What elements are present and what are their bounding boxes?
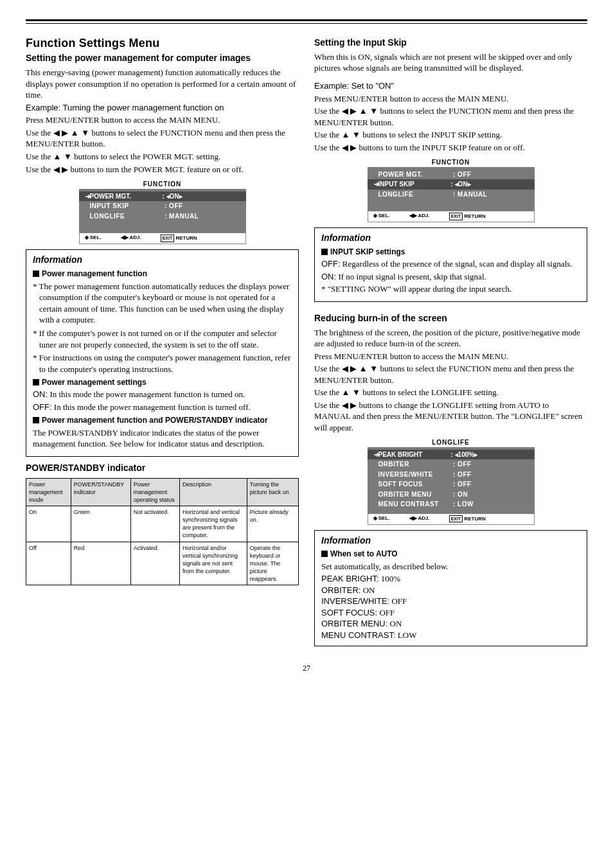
info-heading: Information (321, 232, 580, 244)
table-header: Description (180, 478, 247, 506)
arrow-right-icon: ➔ (374, 450, 378, 459)
osd-value: : ON (453, 490, 528, 499)
table-header: Power management operating status (130, 478, 179, 506)
square-bullet-icon (321, 551, 328, 557)
body-text: Use the ▲ ▼ buttons to select the POWER … (26, 151, 299, 163)
text-fragment: buttons to select the LONGLIFE setting. (360, 387, 499, 397)
osd-footer-return: EXIT RETURN (449, 515, 486, 523)
table-cell: Not activated. (130, 506, 179, 542)
setting-description: OFF: Regardless of the presence of the s… (321, 258, 580, 270)
table-cell: Horizontal and vertical synchronizing si… (180, 506, 247, 542)
info-subheading: Power management function and POWER/STAN… (33, 415, 292, 425)
osd-value: : ◂ON▸ (163, 192, 240, 201)
body-text: Use the ◀ ▶ buttons to change the LONGLI… (314, 400, 587, 434)
table-row: Off Red Activated. Horizontal and/or ver… (26, 542, 299, 585)
osd-row: LONGLIFE : MANUAL (374, 190, 528, 200)
text-fragment: Use the (314, 387, 342, 397)
return-label: RETURN (175, 235, 197, 241)
information-box: Information Power management function * … (26, 249, 299, 457)
table-cell: Horizontal and/or vertical synchronizing… (180, 542, 247, 585)
body-text: The POWER/STANDBY indicator indicates th… (33, 427, 292, 450)
osd-value: : OFF (453, 170, 528, 179)
setting-description: OFF: In this mode the power management f… (33, 402, 292, 413)
body-text: Press MENU/ENTER button to access the MA… (314, 93, 587, 105)
table-header-row: Power management mode POWER/STANDBY indi… (26, 478, 299, 506)
term-val: 100% (379, 574, 401, 583)
table-row: On Green Not activated. Horizontal and v… (26, 506, 299, 542)
info-sub-label: When set to AUTO (330, 549, 398, 558)
setting-description: ON: In this mode the power management fu… (33, 389, 292, 400)
body-text: This energy-saving (power management) fu… (26, 67, 299, 101)
body-text: When this is ON, signals which are not p… (314, 51, 587, 74)
two-column-layout: Function Settings Menu Setting the power… (26, 35, 587, 651)
bullet-item: * For instructions on using the computer… (33, 352, 292, 375)
example-label: Example: Turning the power management fu… (26, 102, 299, 114)
osd-footer: ◆ SEL. ◀▶ ADJ. EXIT RETURN (79, 233, 246, 244)
osd-label: INVERSE/WHITE (374, 470, 454, 479)
right-column: Setting the Input Skip When this is ON, … (314, 35, 587, 651)
osd-label: ORBITER MENU (374, 490, 454, 499)
osd-label: MENU CONTRAST (374, 500, 454, 509)
osd-row: ORBITER MENU: ON (374, 490, 528, 500)
return-label: RETURN (464, 213, 485, 219)
table-cell: Off (26, 542, 71, 585)
text-fragment: Use the (314, 400, 342, 410)
table-cell: Picture already on. (247, 506, 298, 542)
term-desc: Regardless of the presence of the signal… (341, 259, 573, 269)
text-fragment: buttons to turn the POWER MGT. feature o… (68, 164, 243, 174)
power-standby-table: Power management mode POWER/STANDBY indi… (26, 478, 299, 586)
body-text: Use the ◀ ▶ ▲ ▼ buttons to select the FU… (314, 363, 587, 385)
text-fragment: Use the (26, 128, 53, 137)
osd-value: : OFF (164, 202, 240, 211)
table-cell: Operate the keyboard or mouse. The pictu… (247, 542, 298, 585)
setting-line: MENU CONTRAST: LOW (321, 630, 580, 641)
osd-function-menu: FUNCTION POWER MGT. : OFF ➔INPUT SKIP : … (368, 158, 535, 222)
square-bullet-icon (33, 379, 39, 385)
term-on: ON: (33, 389, 48, 399)
osd-row-highlight: ➔POWER MGT. : ◂ON▸ (79, 191, 246, 202)
table-cell: Red (71, 542, 130, 585)
return-label: RETURN (464, 516, 485, 522)
osd-footer-adj: ◀▶ ADJ. (121, 235, 141, 242)
note: * "SETTING NOW" will appear during the i… (321, 283, 580, 295)
osd-label: SOFT FOCUS (374, 480, 454, 489)
osd-footer-adj: ◀▶ ADJ. (409, 213, 430, 220)
exit-icon: EXIT (449, 515, 463, 522)
term-desc: In this mode the power management functi… (48, 389, 245, 399)
top-rule (26, 19, 587, 24)
osd-label: POWER MGT. (90, 193, 131, 200)
page-number: 27 (26, 663, 587, 673)
term-val: LOW (396, 630, 417, 640)
osd-footer-sel: ◆ SEL. (85, 235, 102, 242)
table-cell: Activated. (130, 542, 179, 585)
bullet-item: * If the computer's power is not turned … (33, 328, 292, 350)
left-column: Function Settings Menu Setting the power… (26, 35, 299, 651)
osd-value: : ◂ON▸ (451, 180, 528, 189)
osd-title: LONGLIFE (368, 438, 535, 447)
setting-line: SOFT FOCUS: OFF (321, 607, 580, 619)
osd-footer-sel: ◆ SEL. (373, 515, 390, 523)
osd-row: INPUT SKIP : OFF (85, 201, 240, 211)
osd-value: : OFF (453, 470, 528, 479)
arrow-lrud-icon: ◀ ▶ ▲ ▼ (53, 128, 90, 137)
osd-title: FUNCTION (368, 158, 535, 167)
info-sub-label: INPUT SKIP settings (330, 247, 405, 256)
information-box: Information INPUT SKIP settings OFF: Reg… (314, 227, 587, 302)
term-val: OFF (377, 608, 395, 617)
osd-longlife-menu: LONGLIFE ➔PEAK BRIGHT : ◂100%▸ ORBITER: … (368, 438, 535, 524)
arrow-ud-icon: ▲ ▼ (342, 130, 360, 139)
info-heading: Information (321, 535, 580, 547)
text-fragment: Use the (314, 106, 342, 116)
osd-label: INPUT SKIP (85, 202, 165, 211)
osd-row: INVERSE/WHITE: OFF (374, 470, 528, 480)
arrow-lrud-icon: ◀ ▶ ▲ ▼ (342, 364, 378, 373)
square-bullet-icon (33, 270, 39, 277)
subheading-burnin: Reducing burn-in of the screen (314, 312, 587, 324)
arrow-ud-icon: ▲ ▼ (342, 387, 360, 397)
information-box: Information When set to AUTO Set automat… (314, 530, 587, 647)
term-off: OFF: (321, 259, 341, 269)
table-header: POWER/STANDBY indicator (71, 478, 130, 506)
osd-row-highlight: ➔PEAK BRIGHT : ◂100%▸ (368, 450, 535, 460)
osd-value: : OFF (453, 460, 528, 469)
arrow-lr-icon: ◀ ▶ (342, 143, 357, 152)
